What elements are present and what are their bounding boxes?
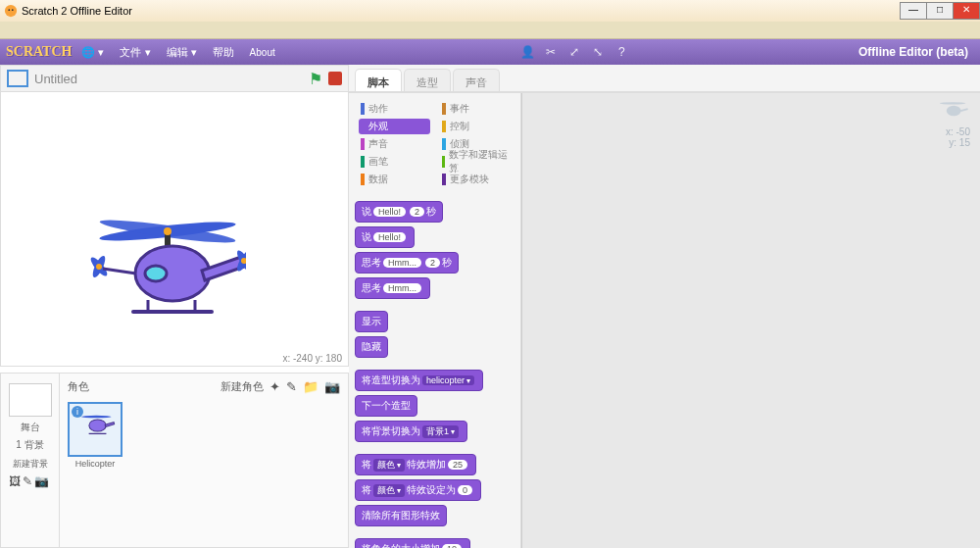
sprite-name: Helicopter [70, 459, 121, 469]
cat-motion[interactable]: 动作 [359, 101, 430, 117]
cat-pen[interactable]: 画笔 [359, 154, 430, 170]
cat-looks[interactable]: 外观 [359, 119, 430, 134]
block-next-costume[interactable]: 下一个造型 [355, 395, 417, 417]
cat-operators[interactable]: 数字和逻辑运算 [440, 154, 512, 170]
block-switch-backdrop[interactable]: 将背景切换为背景1 [355, 421, 467, 442]
block-switch-costume[interactable]: 将造型切换为helicopter [355, 370, 483, 391]
stage-label: 舞台 [1, 421, 59, 434]
tab-sounds[interactable]: 声音 [453, 69, 500, 91]
new-sprite-label: 新建角色 [220, 379, 264, 394]
cat-sound[interactable]: 声音 [359, 136, 430, 152]
backdrop-library-icon[interactable]: 🖼 [9, 474, 23, 488]
edition-label: Offline Editor (beta) [858, 45, 968, 59]
svg-point-7 [145, 266, 167, 281]
menubar: SCRATCH 🌐 ▾ 文件 ▾ 编辑 ▾ 帮助 About 👤 ✂ ⤢ ⤡ ?… [0, 39, 980, 65]
help-icon[interactable]: ? [610, 45, 633, 59]
menu-tips[interactable]: 帮助 [213, 45, 234, 60]
block-say-secs[interactable]: 说Hello!2秒 [355, 201, 443, 223]
block-change-effect[interactable]: 将颜色特效增加25 [355, 454, 476, 475]
backdrop-paint-icon[interactable]: ✎ [23, 474, 34, 488]
sprite-list: 角色 新建角色 ✦ ✎ 📁 📷 i Helicopter [60, 374, 348, 547]
block-palette: 动作 事件 外观 控制 声音 侦测 画笔 数字和逻辑运算 数据 更多模块 说He… [349, 93, 521, 548]
tab-scripts[interactable]: 脚本 [355, 69, 402, 91]
sprite-upload-icon[interactable]: 📁 [303, 379, 318, 394]
new-backdrop-label: 新建背景 [1, 458, 59, 471]
block-hide[interactable]: 隐藏 [355, 336, 388, 358]
minimize-button[interactable]: — [900, 2, 927, 20]
maximize-button[interactable]: □ [926, 2, 954, 20]
svg-point-15 [81, 416, 112, 419]
block-show[interactable]: 显示 [355, 311, 388, 332]
scratch-cat-icon [4, 4, 18, 18]
scratch-logo: SCRATCH [6, 44, 72, 60]
svg-point-16 [89, 420, 106, 431]
fullscreen-icon[interactable] [7, 70, 28, 87]
svg-point-13 [96, 264, 102, 270]
block-set-effect[interactable]: 将颜色特效设定为0 [355, 479, 481, 501]
grow-icon[interactable]: ⤢ [563, 45, 586, 59]
shrink-icon[interactable]: ⤡ [586, 45, 610, 59]
backdrop-camera-icon[interactable]: 📷 [34, 474, 51, 488]
stage-header: Untitled ⚑ [0, 65, 349, 92]
stage[interactable]: x: -240 y: 180 [0, 92, 349, 367]
menu-about[interactable]: About [250, 47, 275, 58]
sprites-header: 角色 [68, 379, 220, 394]
cat-more[interactable]: 更多模块 [440, 172, 512, 187]
stage-thumbnail-panel: 舞台 1 背景 新建背景 🖼✎📷 [1, 374, 60, 547]
sprite-camera-icon[interactable]: 📷 [324, 379, 340, 394]
svg-point-0 [5, 5, 17, 17]
block-think-secs[interactable]: 思考Hmm...2秒 [355, 252, 459, 274]
svg-point-18 [947, 106, 961, 116]
stage-thumbnail[interactable] [9, 383, 52, 417]
stop-button[interactable] [328, 72, 342, 85]
globe-icon[interactable]: 🌐 ▾ [81, 46, 104, 59]
project-title[interactable]: Untitled [34, 72, 77, 86]
cat-events[interactable]: 事件 [440, 101, 512, 117]
block-say[interactable]: 说Hello! [355, 226, 415, 248]
block-clear-effects[interactable]: 清除所有图形特效 [355, 505, 447, 526]
canvas-x: x: -50 [933, 126, 970, 137]
script-tabs: 脚本 造型 声音 [349, 65, 980, 92]
sprite-paint-icon[interactable]: ✎ [286, 379, 297, 394]
canvas-y: y: 15 [933, 137, 970, 148]
cat-data[interactable]: 数据 [359, 172, 430, 187]
cat-control[interactable]: 控制 [440, 119, 512, 134]
svg-point-17 [940, 102, 965, 104]
sprite-thumbnail[interactable]: i Helicopter [68, 402, 122, 457]
svg-point-2 [12, 9, 14, 11]
sprite-watermark: x: -50 y: 15 [933, 99, 970, 148]
green-flag-icon[interactable]: ⚑ [309, 70, 322, 88]
window-title: Scratch 2 Offline Editor [22, 5, 132, 17]
script-canvas[interactable]: x: -50 y: 15 🔍‒ ═ 🔍+ [521, 93, 980, 548]
block-think[interactable]: 思考Hmm... [355, 277, 430, 299]
close-button[interactable]: ✕ [953, 2, 980, 20]
menu-edit[interactable]: 编辑 ▾ [167, 45, 197, 60]
mouse-coords: x: -240 y: 180 [282, 353, 342, 364]
os-titlebar: Scratch 2 Offline Editor — □ ✕ [0, 0, 980, 22]
menu-file[interactable]: 文件 ▾ [120, 45, 150, 60]
sprite-on-stage[interactable] [79, 220, 246, 331]
block-change-size[interactable]: 将角色的大小增加10 [355, 538, 470, 548]
browser-tabbar-placeholder [0, 22, 980, 39]
window-buttons: — □ ✕ [901, 2, 980, 20]
backdrop-count: 1 背景 [1, 438, 59, 452]
delete-icon[interactable]: ✂ [539, 45, 563, 59]
tab-costumes[interactable]: 造型 [404, 69, 451, 91]
sprite-library-icon[interactable]: ✦ [270, 379, 280, 394]
svg-point-1 [8, 9, 10, 11]
duplicate-icon[interactable]: 👤 [515, 45, 539, 59]
sprite-info-icon[interactable]: i [72, 406, 83, 418]
svg-point-14 [164, 227, 172, 235]
